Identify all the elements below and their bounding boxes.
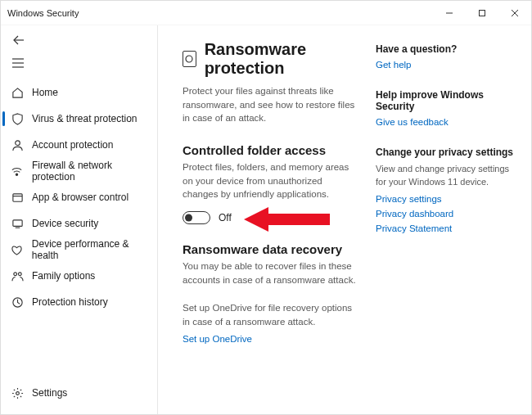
signal-icon: [11, 165, 24, 178]
svg-marker-19: [244, 207, 330, 232]
sidebar-item-family[interactable]: Family options: [1, 263, 157, 289]
cfa-toggle[interactable]: [183, 211, 210, 224]
sidebar-item-firewall[interactable]: Firewall & network protection: [1, 158, 157, 184]
sidebar-item-label: Protection history: [32, 296, 108, 308]
shield-icon: [11, 112, 24, 125]
feedback-link[interactable]: Give us feedback: [376, 117, 515, 127]
svg-rect-10: [12, 193, 21, 201]
sidebar-item-label: Account protection: [32, 139, 113, 151]
sidebar-item-device-security[interactable]: Device security: [1, 210, 157, 237]
section-cfa: Controlled folder access Protect files, …: [183, 143, 356, 224]
sidebar-item-app-browser[interactable]: App & browser control: [1, 184, 157, 210]
cfa-heading: Controlled folder access: [183, 143, 356, 157]
sidebar-item-label: Device performance & health: [32, 238, 157, 261]
device-icon: [11, 217, 24, 230]
family-icon: [11, 269, 24, 282]
home-icon: [11, 86, 24, 99]
svg-point-14: [13, 272, 16, 275]
ransomware-icon: [183, 51, 196, 67]
hamburger-button[interactable]: [1, 52, 157, 74]
heart-icon: [11, 243, 24, 256]
aside-improve-heading: Help improve Windows Security: [376, 89, 515, 112]
onedrive-link[interactable]: Set up OneDrive: [183, 334, 252, 344]
titlebar: Windows Security: [1, 1, 531, 25]
close-button[interactable]: [498, 1, 531, 25]
sidebar-item-label: App & browser control: [32, 192, 128, 203]
sidebar-item-performance[interactable]: Device performance & health: [1, 237, 157, 263]
aside: Have a question? Get help Help improve W…: [376, 40, 515, 406]
page-title: Ransomware protection: [205, 40, 356, 78]
back-button[interactable]: [1, 29, 157, 52]
sidebar: Home Virus & threat protection Account p…: [1, 25, 158, 414]
svg-point-18: [186, 56, 192, 62]
aside-privacy-heading: Change your privacy settings: [376, 147, 515, 158]
minimize-button[interactable]: [433, 1, 466, 25]
svg-point-15: [18, 272, 21, 275]
sidebar-item-settings[interactable]: Settings: [1, 380, 157, 406]
cfa-desc: Protect files, folders, and memory areas…: [183, 160, 356, 201]
sidebar-item-history[interactable]: Protection history: [1, 289, 157, 315]
privacy-settings-link[interactable]: Privacy settings: [376, 194, 515, 204]
main-content: Ransomware protection Protect your files…: [158, 25, 531, 414]
privacy-dashboard-link[interactable]: Privacy dashboard: [376, 209, 515, 219]
recovery-heading: Ransomware data recovery: [183, 242, 356, 256]
svg-point-8: [15, 140, 20, 145]
cfa-toggle-state: Off: [219, 212, 232, 223]
history-icon: [11, 295, 24, 309]
sidebar-item-account[interactable]: Account protection: [1, 132, 157, 158]
svg-rect-1: [480, 10, 485, 16]
svg-point-9: [16, 174, 18, 175]
get-help-link[interactable]: Get help: [376, 60, 515, 70]
browser-icon: [11, 191, 24, 204]
sidebar-item-virus[interactable]: Virus & threat protection: [1, 106, 157, 132]
svg-rect-12: [12, 219, 21, 226]
recovery-desc: You may be able to recover files in thes…: [183, 259, 356, 286]
nav-list: Home Virus & threat protection Account p…: [1, 79, 157, 380]
sidebar-item-label: Home: [32, 87, 58, 98]
sidebar-item-label: Virus & threat protection: [32, 113, 138, 124]
section-recovery: Ransomware data recovery You may be able…: [183, 242, 356, 345]
window-title: Windows Security: [7, 8, 79, 18]
sidebar-item-label: Settings: [32, 387, 67, 399]
sidebar-item-label: Family options: [32, 270, 95, 282]
window-controls: [433, 1, 531, 25]
aside-question-heading: Have a question?: [376, 43, 515, 55]
maximize-button[interactable]: [466, 1, 498, 25]
aside-privacy-desc: View and change privacy settings for you…: [376, 163, 515, 189]
gear-icon: [11, 386, 24, 399]
svg-point-17: [16, 391, 19, 395]
privacy-statement-link[interactable]: Privacy Statement: [376, 223, 515, 233]
person-icon: [11, 138, 24, 151]
annotation-arrow: [244, 203, 334, 236]
onedrive-desc: Set up OneDrive for file recovery option…: [183, 301, 356, 328]
page-intro: Protect your files against threats like …: [183, 84, 356, 125]
sidebar-item-label: Device security: [32, 218, 98, 229]
sidebar-item-home[interactable]: Home: [1, 79, 157, 106]
sidebar-item-label: Firewall & network protection: [32, 160, 157, 183]
